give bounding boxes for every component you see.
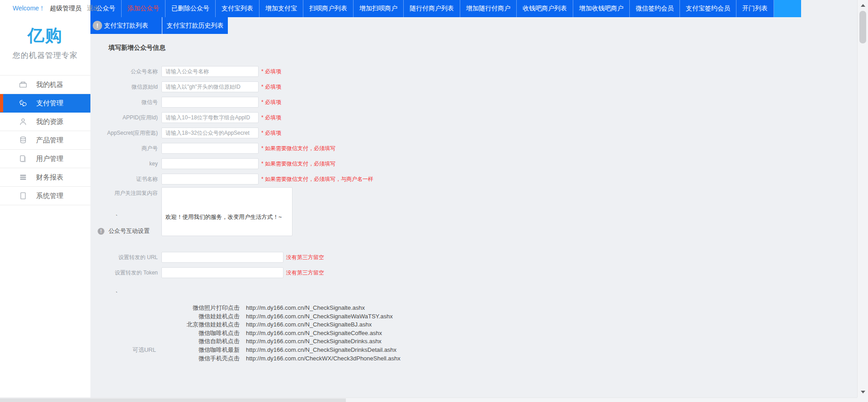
topnav-tab-saobei-merchant-list[interactable]: 扫呗商户列表	[303, 0, 354, 17]
topnav-tab-add-account[interactable]: 添加公众号	[122, 0, 165, 17]
brand: 亿购 您的机器管理专家	[0, 24, 90, 61]
form-section-title: 填写新增公众号信息	[108, 44, 857, 52]
scroll-down-arrow-icon[interactable]	[858, 389, 868, 395]
top-navigation: 公众号 添加公众号 已删除公众号 支付宝列表 增加支付宝 扫呗商户列表 增加扫呗…	[90, 0, 801, 17]
document-icon	[18, 191, 28, 201]
form-field-row: 设置转发的 URL 没有第三方留空	[90, 250, 857, 265]
topnav-tab-add-saobei-merchant[interactable]: 增加扫呗商户	[354, 0, 404, 17]
form-field-row: 设置转发的 Token 没有第三方留空	[90, 265, 857, 280]
sidebar: Welcome！ 超级管理员 退出 亿购 您的机器管理专家 我的机器 支付管理 …	[0, 0, 90, 397]
reply-textarea[interactable]: 欢迎！使用我们的服务，改变用户生活方式！~	[161, 187, 292, 236]
cert-name-input[interactable]	[161, 174, 259, 184]
vertical-scrollbar[interactable]	[857, 0, 868, 397]
optional-url-row: 北京微信娃娃机点击 http://m.dy166.com.cn/N_CheckS…	[90, 321, 857, 329]
optional-url-row: 可选URL 微信咖啡机最新 http://m.dy166.com.cn/N_Ch…	[90, 346, 857, 355]
topnav-tab-suixingfu-merchant-list[interactable]: 随行付商户列表	[404, 0, 460, 17]
brand-tagline: 您的机器管理专家	[0, 50, 90, 61]
welcome-text: Welcome！	[13, 5, 45, 12]
current-user[interactable]: 超级管理员	[50, 5, 81, 12]
alert-badge-icon: !	[93, 21, 102, 30]
pages-icon	[18, 154, 28, 164]
reply-label: 用户关注回复内容	[90, 187, 161, 197]
wechat-id-input[interactable]	[161, 97, 259, 108]
merchant-id-input[interactable]	[161, 143, 259, 154]
sidebar-item-system-mgmt[interactable]: 系统管理	[0, 187, 90, 205]
main-area: 公众号 添加公众号 已删除公众号 支付宝列表 增加支付宝 扫呗商户列表 增加扫呗…	[90, 0, 857, 397]
topnav-tab-add-alipay[interactable]: 增加支付宝	[259, 0, 303, 17]
sidebar-item-user-mgmt[interactable]: 用户管理	[0, 150, 90, 168]
brand-logo: 亿购	[0, 24, 90, 47]
optional-url-row: 微信手机壳点击 http://m.dy166.com.cn/CheckWX/Ch…	[90, 355, 857, 363]
form-field-row: 微信原始Id * 必填项	[90, 79, 857, 95]
interact-fields: 设置转发的 URL 没有第三方留空 设置转发的 Token 没有第三方留空	[90, 250, 857, 280]
sidebar-item-finance-reports[interactable]: 财务报表	[0, 168, 90, 187]
form-field-row: 商户号 * 如果需要微信支付，必须填写	[90, 141, 857, 156]
topnav-tab-add-shouqianba-merchant[interactable]: 增加收钱吧商户	[573, 0, 630, 17]
optional-url-row: 微信娃娃机点击 http://m.dy166.com.cn/N_CheckSig…	[90, 312, 857, 321]
topnav-tab-shouqianba-merchant-list[interactable]: 收钱吧商户列表	[517, 0, 573, 17]
sidebar-item-my-machines[interactable]: 我的机器	[0, 76, 90, 94]
optional-url-row: 微信照片打印点击 http://m.dy166.com.cn/N_CheckSi…	[90, 304, 857, 312]
list-bars-icon	[18, 172, 28, 182]
horizontal-scroll-thumb[interactable]	[0, 398, 346, 402]
logout-link[interactable]: 退出	[87, 5, 99, 12]
form-content: 填写新增公众号信息 公众号名称 * 必填项 微信原始Id * 必填项 微信号 *…	[90, 44, 857, 397]
topnav-tab-add-suixingfu-merchant[interactable]: 增加随行付商户	[460, 0, 517, 17]
optional-url-row: 微信咖啡机点击 http://m.dy166.com.cn/N_CheckSig…	[90, 329, 857, 338]
forward-token-input[interactable]	[161, 267, 283, 278]
sidebar-item-product-mgmt[interactable]: 产品管理	[0, 131, 90, 150]
topnav-end-cap	[774, 0, 801, 17]
topnav-tab-alipay-list[interactable]: 支付宝列表	[216, 0, 259, 17]
optional-url-list: 微信照片打印点击 http://m.dy166.com.cn/N_CheckSi…	[90, 304, 857, 363]
database-icon	[18, 135, 28, 145]
wechat-pay-icon	[18, 98, 28, 108]
forward-url-input[interactable]	[161, 252, 283, 263]
machine-icon	[18, 80, 28, 90]
form-field-row: AppSecret(应用密匙) * 必填项	[90, 125, 857, 141]
form-field-row: 证书名称 * 如果需要微信支付，必须填写，与商户名一样	[90, 171, 857, 187]
welcome-bar: Welcome！ 超级管理员 退出	[0, 0, 90, 13]
appid-input[interactable]	[161, 112, 259, 123]
account-fields: 公众号名称 * 必填项 微信原始Id * 必填项 微信号 * 必填项 APPID…	[90, 64, 857, 187]
optional-url-row: 微信自助机点击 http://m.dy166.com.cn/N_CheckSig…	[90, 337, 857, 346]
subnav-tab-alipay-transfer-history[interactable]: 支付宝打款历史列表	[162, 17, 228, 34]
sidebar-item-payment-mgmt[interactable]: 支付管理	[0, 94, 90, 113]
scroll-up-arrow-icon[interactable]	[858, 2, 868, 9]
vertical-scroll-thumb[interactable]	[859, 11, 866, 43]
info-badge-icon: !	[98, 228, 104, 235]
form-field-row: APPID(应用Id) * 必填项	[90, 110, 857, 125]
wechat-original-id-input[interactable]	[161, 81, 259, 92]
pay-key-input[interactable]	[161, 158, 259, 169]
sub-navigation: ! 支付宝打款列表 支付宝打款历史列表	[90, 17, 228, 34]
form-field-row: key * 如果需要微信支付，必须填写	[90, 156, 857, 171]
sidebar-item-my-resources[interactable]: 我的资源	[0, 113, 90, 131]
person-icon	[18, 117, 28, 127]
topnav-tab-open-door-list[interactable]: 开门列表	[736, 0, 774, 17]
interact-section-title: 公众号互动设置	[108, 227, 150, 235]
horizontal-scrollbar[interactable]	[0, 397, 857, 402]
form-field-row: 微信号 * 必填项	[90, 95, 857, 110]
reply-row: 用户关注回复内容 欢迎！使用我们的服务，改变用户生活方式！~	[90, 187, 857, 203]
appsecret-input[interactable]	[161, 128, 259, 138]
form-field-row: 公众号名称 * 必填项	[90, 64, 857, 79]
sidebar-menu: 我的机器 支付管理 我的资源 产品管理 用户管理 财务报表 系统管理	[0, 75, 90, 205]
stray-backtick-2: `	[116, 291, 857, 298]
topnav-tab-deleted-accounts[interactable]: 已删除公众号	[165, 0, 216, 17]
topnav-tab-wechat-sign-members[interactable]: 微信签约会员	[630, 0, 680, 17]
scrollbar-corner	[857, 397, 868, 402]
account-name-input[interactable]	[161, 66, 259, 77]
topnav-tab-alipay-sign-members[interactable]: 支付宝签约会员	[680, 0, 736, 17]
